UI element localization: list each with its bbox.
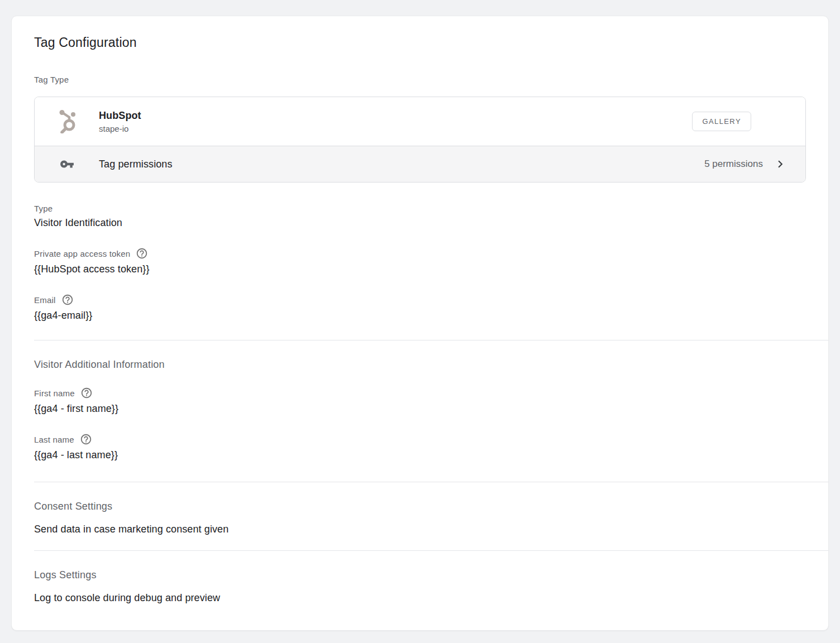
consent-section-value: Send data in case marketing consent give… <box>34 524 806 535</box>
field-email: Email {{ga4-email}} <box>34 294 806 322</box>
key-icon <box>35 157 99 171</box>
logs-section-value: Log to console during debug and preview <box>34 592 806 604</box>
page-title: Tag Configuration <box>34 35 806 50</box>
field-access-token: Private app access token {{HubSpot acces… <box>34 247 806 275</box>
field-type-value: Visitor Identification <box>34 217 806 229</box>
field-type-label: Type <box>34 204 806 213</box>
field-first-name-label: First name <box>34 388 75 398</box>
help-icon[interactable] <box>80 387 93 399</box>
field-access-token-label: Private app access token <box>34 249 130 258</box>
field-email-label: Email <box>34 295 56 305</box>
consent-section-title: Consent Settings <box>34 482 806 512</box>
gallery-button[interactable]: GALLERY <box>692 112 751 131</box>
tag-type-vendor: stape-io <box>99 124 692 133</box>
tag-permissions-row[interactable]: Tag permissions 5 permissions <box>35 146 805 182</box>
tag-configuration-card[interactable]: Tag Configuration Tag Type HubSpot stape… <box>11 16 829 631</box>
tag-type-name: HubSpot <box>99 110 692 122</box>
hubspot-sprocket-icon <box>35 110 99 133</box>
field-email-value: {{ga4-email}} <box>34 310 806 322</box>
visitor-section-title: Visitor Additional Information <box>34 340 806 371</box>
tag-type-box: HubSpot stape-io GALLERY Tag permissions… <box>34 97 806 183</box>
chevron-right-icon[interactable] <box>773 157 787 171</box>
tag-type-label: Tag Type <box>34 75 806 84</box>
field-access-token-value: {{HubSpot access token}} <box>34 263 806 275</box>
field-type: Type Visitor Identification <box>34 204 806 229</box>
tag-type-row[interactable]: HubSpot stape-io GALLERY <box>35 97 805 146</box>
field-first-name-value: {{ga4 - first name}} <box>34 403 806 415</box>
tag-permissions-label: Tag permissions <box>99 159 704 170</box>
permissions-count: 5 permissions <box>704 159 763 170</box>
field-last-name-value: {{ga4 - last name}} <box>34 449 806 461</box>
logs-section-title: Logs Settings <box>34 551 806 581</box>
field-first-name: First name {{ga4 - first name}} <box>34 387 806 415</box>
help-icon[interactable] <box>136 247 148 260</box>
field-last-name: Last name {{ga4 - last name}} <box>34 433 806 461</box>
help-icon[interactable] <box>61 294 74 306</box>
tag-type-info: HubSpot stape-io <box>99 110 692 133</box>
field-last-name-label: Last name <box>34 435 74 444</box>
help-icon[interactable] <box>80 433 92 445</box>
